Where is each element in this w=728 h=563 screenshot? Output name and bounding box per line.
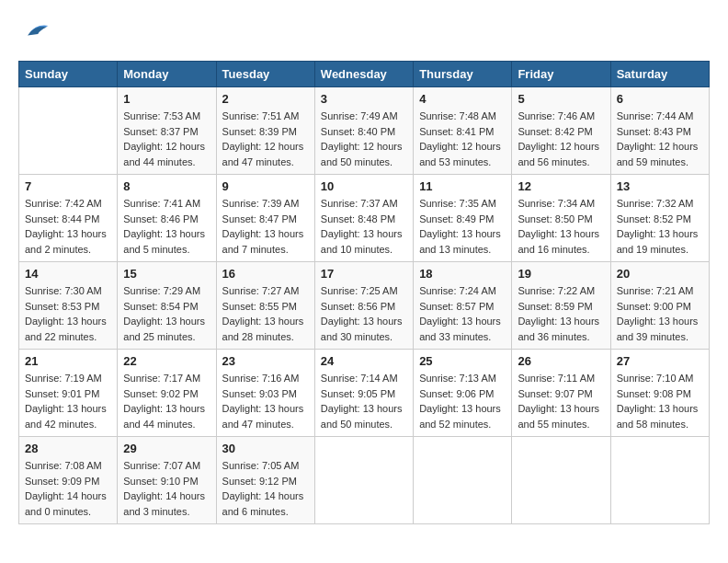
calendar-cell: 1Sunrise: 7:53 AMSunset: 8:37 PMDaylight… — [118, 87, 216, 175]
day-info: Sunrise: 7:11 AMSunset: 9:07 PMDaylight:… — [518, 371, 604, 431]
calendar-day-header: Tuesday — [216, 62, 314, 87]
calendar-day-header: Sunday — [19, 62, 118, 87]
day-number: 1 — [123, 92, 210, 106]
calendar-day-header: Saturday — [610, 62, 709, 87]
day-info: Sunrise: 7:13 AMSunset: 9:06 PMDaylight:… — [419, 371, 506, 431]
day-number: 23 — [222, 354, 309, 368]
calendar-cell: 7Sunrise: 7:42 AMSunset: 8:44 PMDaylight… — [19, 175, 118, 262]
calendar-table: SundayMondayTuesdayWednesdayThursdayFrid… — [18, 61, 710, 524]
day-number: 17 — [321, 267, 407, 281]
calendar-cell: 13Sunrise: 7:32 AMSunset: 8:52 PMDayligh… — [610, 175, 709, 262]
calendar-week-row: 14Sunrise: 7:30 AMSunset: 8:53 PMDayligh… — [19, 262, 710, 350]
day-number: 11 — [419, 179, 506, 193]
calendar-cell: 10Sunrise: 7:37 AMSunset: 8:48 PMDayligh… — [314, 175, 413, 262]
day-number: 9 — [222, 179, 309, 193]
day-number: 26 — [518, 354, 604, 368]
calendar-cell: 21Sunrise: 7:19 AMSunset: 9:01 PMDayligh… — [19, 350, 118, 437]
calendar-cell: 20Sunrise: 7:21 AMSunset: 9:00 PMDayligh… — [610, 262, 709, 350]
day-number: 7 — [25, 179, 111, 193]
day-info: Sunrise: 7:21 AMSunset: 9:00 PMDaylight:… — [617, 283, 703, 344]
day-info: Sunrise: 7:19 AMSunset: 9:01 PMDaylight:… — [25, 371, 111, 431]
calendar-cell — [414, 437, 512, 524]
day-number: 29 — [123, 442, 210, 455]
day-info: Sunrise: 7:29 AMSunset: 8:54 PMDaylight:… — [123, 283, 210, 344]
calendar-cell: 4Sunrise: 7:48 AMSunset: 8:41 PMDaylight… — [414, 87, 512, 175]
day-info: Sunrise: 7:44 AMSunset: 8:43 PMDaylight:… — [617, 109, 703, 169]
calendar-week-row: 28Sunrise: 7:08 AMSunset: 9:09 PMDayligh… — [19, 437, 710, 524]
day-number: 15 — [123, 267, 210, 281]
calendar-cell: 28Sunrise: 7:08 AMSunset: 9:09 PMDayligh… — [19, 437, 118, 524]
day-info: Sunrise: 7:14 AMSunset: 9:05 PMDaylight:… — [321, 371, 407, 431]
day-number: 10 — [321, 179, 407, 193]
day-number: 19 — [518, 267, 604, 281]
calendar-cell: 24Sunrise: 7:14 AMSunset: 9:05 PMDayligh… — [314, 350, 413, 437]
day-number: 25 — [419, 354, 506, 368]
calendar-day-header: Thursday — [414, 62, 512, 87]
logo-bird-icon — [22, 18, 50, 46]
day-info: Sunrise: 7:34 AMSunset: 8:50 PMDaylight:… — [518, 196, 604, 257]
calendar-cell — [19, 87, 118, 175]
logo — [18, 18, 50, 46]
calendar-cell: 17Sunrise: 7:25 AMSunset: 8:56 PMDayligh… — [314, 262, 413, 350]
day-number: 24 — [321, 354, 407, 368]
day-info: Sunrise: 7:37 AMSunset: 8:48 PMDaylight:… — [321, 196, 407, 257]
calendar-cell: 15Sunrise: 7:29 AMSunset: 8:54 PMDayligh… — [118, 262, 216, 350]
day-info: Sunrise: 7:42 AMSunset: 8:44 PMDaylight:… — [25, 196, 111, 257]
calendar-week-row: 1Sunrise: 7:53 AMSunset: 8:37 PMDaylight… — [19, 87, 710, 175]
day-info: Sunrise: 7:46 AMSunset: 8:42 PMDaylight:… — [518, 109, 604, 169]
day-info: Sunrise: 7:08 AMSunset: 9:09 PMDaylight:… — [25, 458, 111, 519]
calendar-cell: 5Sunrise: 7:46 AMSunset: 8:42 PMDaylight… — [512, 87, 610, 175]
calendar-cell: 3Sunrise: 7:49 AMSunset: 8:40 PMDaylight… — [314, 87, 413, 175]
day-info: Sunrise: 7:27 AMSunset: 8:55 PMDaylight:… — [222, 283, 309, 344]
day-number: 20 — [617, 267, 703, 281]
page-header — [18, 18, 710, 46]
calendar-cell: 25Sunrise: 7:13 AMSunset: 9:06 PMDayligh… — [414, 350, 512, 437]
day-info: Sunrise: 7:10 AMSunset: 9:08 PMDaylight:… — [617, 371, 703, 431]
calendar-cell — [314, 437, 413, 524]
calendar-cell: 27Sunrise: 7:10 AMSunset: 9:08 PMDayligh… — [610, 350, 709, 437]
day-info: Sunrise: 7:48 AMSunset: 8:41 PMDaylight:… — [419, 109, 506, 169]
day-info: Sunrise: 7:05 AMSunset: 9:12 PMDaylight:… — [222, 458, 309, 519]
calendar-cell: 6Sunrise: 7:44 AMSunset: 8:43 PMDaylight… — [610, 87, 709, 175]
calendar-cell: 11Sunrise: 7:35 AMSunset: 8:49 PMDayligh… — [414, 175, 512, 262]
calendar-header-row: SundayMondayTuesdayWednesdayThursdayFrid… — [19, 62, 710, 87]
calendar-day-header: Wednesday — [314, 62, 413, 87]
day-number: 6 — [617, 92, 703, 106]
day-number: 28 — [25, 442, 111, 455]
day-number: 14 — [25, 267, 111, 281]
calendar-week-row: 21Sunrise: 7:19 AMSunset: 9:01 PMDayligh… — [19, 350, 710, 437]
day-number: 8 — [123, 179, 210, 193]
calendar-cell: 14Sunrise: 7:30 AMSunset: 8:53 PMDayligh… — [19, 262, 118, 350]
day-info: Sunrise: 7:25 AMSunset: 8:56 PMDaylight:… — [321, 283, 407, 344]
calendar-cell: 23Sunrise: 7:16 AMSunset: 9:03 PMDayligh… — [216, 350, 314, 437]
calendar-body: 1Sunrise: 7:53 AMSunset: 8:37 PMDaylight… — [19, 87, 710, 524]
calendar-cell: 8Sunrise: 7:41 AMSunset: 8:46 PMDaylight… — [118, 175, 216, 262]
calendar-cell: 9Sunrise: 7:39 AMSunset: 8:47 PMDaylight… — [216, 175, 314, 262]
day-info: Sunrise: 7:49 AMSunset: 8:40 PMDaylight:… — [321, 109, 407, 169]
day-info: Sunrise: 7:39 AMSunset: 8:47 PMDaylight:… — [222, 196, 309, 257]
day-info: Sunrise: 7:24 AMSunset: 8:57 PMDaylight:… — [419, 283, 506, 344]
day-number: 4 — [419, 92, 506, 106]
day-info: Sunrise: 7:30 AMSunset: 8:53 PMDaylight:… — [25, 283, 111, 344]
day-number: 2 — [222, 92, 309, 106]
calendar-cell: 12Sunrise: 7:34 AMSunset: 8:50 PMDayligh… — [512, 175, 610, 262]
day-number: 5 — [518, 92, 604, 106]
day-info: Sunrise: 7:41 AMSunset: 8:46 PMDaylight:… — [123, 196, 210, 257]
calendar-cell: 22Sunrise: 7:17 AMSunset: 9:02 PMDayligh… — [118, 350, 216, 437]
day-info: Sunrise: 7:22 AMSunset: 8:59 PMDaylight:… — [518, 283, 604, 344]
day-number: 13 — [617, 179, 703, 193]
day-info: Sunrise: 7:51 AMSunset: 8:39 PMDaylight:… — [222, 109, 309, 169]
calendar-cell: 29Sunrise: 7:07 AMSunset: 9:10 PMDayligh… — [118, 437, 216, 524]
calendar-cell: 2Sunrise: 7:51 AMSunset: 8:39 PMDaylight… — [216, 87, 314, 175]
calendar-day-header: Friday — [512, 62, 610, 87]
day-number: 12 — [518, 179, 604, 193]
day-info: Sunrise: 7:53 AMSunset: 8:37 PMDaylight:… — [123, 109, 210, 169]
day-number: 22 — [123, 354, 210, 368]
day-info: Sunrise: 7:07 AMSunset: 9:10 PMDaylight:… — [123, 458, 210, 519]
calendar-cell: 30Sunrise: 7:05 AMSunset: 9:12 PMDayligh… — [216, 437, 314, 524]
day-number: 21 — [25, 354, 111, 368]
calendar-week-row: 7Sunrise: 7:42 AMSunset: 8:44 PMDaylight… — [19, 175, 710, 262]
calendar-cell: 19Sunrise: 7:22 AMSunset: 8:59 PMDayligh… — [512, 262, 610, 350]
calendar-day-header: Monday — [118, 62, 216, 87]
calendar-cell — [610, 437, 709, 524]
